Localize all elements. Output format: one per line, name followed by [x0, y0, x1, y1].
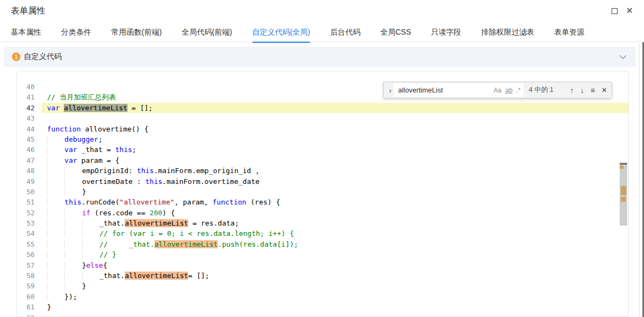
- overview-ruler-match-mark: [621, 186, 626, 195]
- line-number: 52: [17, 208, 42, 218]
- code-line: 48 empOriginId: this.mainForm.emp_origin…: [17, 166, 628, 176]
- line-number: 57: [17, 260, 42, 270]
- whole-word-icon[interactable]: ab: [505, 87, 512, 94]
- code-line: 42var allovertimeList = [];: [17, 103, 628, 113]
- tab-exclude-permission-filter[interactable]: 排除权限过滤表: [481, 22, 534, 42]
- line-number: 42: [17, 103, 42, 113]
- line-number: 54: [17, 228, 42, 239]
- tab-form-resources[interactable]: 表单资源: [554, 22, 585, 42]
- line-number: 48: [17, 166, 42, 176]
- tab-bar: 基本属性 分类条件 常用函数(前端) 全局代码(前端) 自定义代码(全局) 后台…: [0, 22, 644, 42]
- code-line: 55 // _that.allovertimeList.push(res.dat…: [17, 239, 628, 249]
- tab-global-code-frontend[interactable]: 全局代码(前端): [182, 22, 232, 42]
- overview-ruler-cursor-mark: [620, 163, 627, 164]
- close-icon[interactable]: ✕: [626, 6, 633, 15]
- section-title: 自定义代码: [24, 52, 62, 62]
- code-line: 58 _that.allovertimeList= [];: [17, 270, 628, 281]
- find-input-box: Aa ab .*: [394, 83, 524, 97]
- window-controls: ✕: [612, 6, 633, 15]
- tab-basic-props[interactable]: 基本属性: [11, 22, 41, 42]
- find-results-count: 4 中的 1: [529, 85, 564, 95]
- section-number-badge: 1: [12, 52, 21, 61]
- line-number: 44: [17, 124, 42, 134]
- code-line: 57 }else{: [17, 260, 628, 270]
- code-line: 46 var _that = this;: [17, 144, 628, 155]
- code-line: 50 }: [17, 187, 628, 197]
- form-properties-dialog: 表单属性 ✕ 基本属性 分类条件 常用函数(前端) 全局代码(前端) 自定义代码…: [0, 0, 644, 317]
- find-expand-icon[interactable]: ›: [387, 86, 394, 95]
- find-query-input[interactable]: [398, 86, 490, 94]
- line-number: 50: [17, 187, 42, 197]
- tab-classify-condition[interactable]: 分类条件: [61, 22, 91, 42]
- code-editor[interactable]: 4041// 当月加班汇总列表42var allovertimeList = […: [16, 71, 629, 317]
- tab-global-css[interactable]: 全局CSS: [380, 22, 411, 42]
- line-number: 56: [17, 249, 42, 260]
- code-line: 60 });: [17, 292, 628, 302]
- code-line: 51 this.runCode("allovertime", param, fu…: [17, 197, 628, 207]
- line-number: 58: [17, 270, 42, 281]
- tab-backend-code[interactable]: 后台代码: [330, 22, 360, 42]
- line-number: 47: [17, 155, 42, 166]
- code-line: 54 // for (var i = 0; i < res.data.lengt…: [17, 228, 628, 239]
- regex-icon[interactable]: .*: [516, 87, 521, 94]
- dialog-scrollbar-track: [639, 43, 640, 317]
- code-line: 49 overtimeDate : this.mainForm.overtime…: [17, 176, 628, 187]
- line-number: 62: [17, 313, 42, 317]
- tab-common-functions-frontend[interactable]: 常用函数(前端): [111, 22, 162, 42]
- line-number: 41: [17, 92, 42, 102]
- line-number: 51: [17, 197, 42, 207]
- code-line: 52 if (res.code == 200) {: [17, 208, 628, 218]
- find-in-selection-icon[interactable]: ≡: [591, 87, 595, 94]
- tab-custom-code-global[interactable]: 自定义代码(全局): [252, 22, 310, 42]
- dialog-title: 表单属性: [11, 5, 45, 17]
- line-number: 61: [17, 302, 42, 312]
- code-lines[interactable]: 4041// 当月加班汇总列表42var allovertimeList = […: [17, 82, 628, 317]
- line-number: 45: [17, 134, 42, 144]
- line-number: 49: [17, 176, 42, 187]
- code-line: 53 _that.allovertimeList = res.data;: [17, 218, 628, 228]
- code-line: 45 debugger;: [17, 134, 628, 144]
- code-line: 62: [17, 313, 628, 317]
- line-number: 43: [17, 113, 42, 123]
- find-widget: › Aa ab .* 4 中的 1 ↑ ↓ ≡ ✕: [383, 82, 612, 98]
- line-number: 59: [17, 281, 42, 291]
- code-line: 47 var param = {: [17, 155, 628, 166]
- find-close-icon[interactable]: ✕: [601, 87, 607, 94]
- line-number: 60: [17, 292, 42, 302]
- code-line: 43: [17, 113, 628, 123]
- code-line: 44function allovertime() {: [17, 124, 628, 134]
- maximize-icon[interactable]: [612, 8, 618, 14]
- code-line: 61}: [17, 302, 628, 312]
- chevron-down-icon[interactable]: [619, 55, 627, 60]
- find-next-icon[interactable]: ↓: [580, 87, 584, 94]
- match-case-icon[interactable]: Aa: [494, 87, 502, 94]
- overview-ruler-match-mark: [620, 166, 623, 169]
- line-number: 46: [17, 144, 42, 155]
- code-line: 59 }: [17, 281, 628, 291]
- dialog-titlebar: 表单属性 ✕: [0, 0, 644, 22]
- line-number: 55: [17, 239, 42, 249]
- line-number: 53: [17, 218, 42, 228]
- overview-ruler-match-mark: [621, 197, 626, 202]
- line-number: 40: [17, 82, 42, 92]
- section-header-left: 1 自定义代码: [12, 52, 62, 62]
- find-previous-icon[interactable]: ↑: [570, 87, 574, 94]
- custom-code-section-header[interactable]: 1 自定义代码: [4, 47, 635, 67]
- tab-readonly-fields[interactable]: 只读字段: [431, 22, 461, 42]
- code-line: 56 // }: [17, 249, 628, 260]
